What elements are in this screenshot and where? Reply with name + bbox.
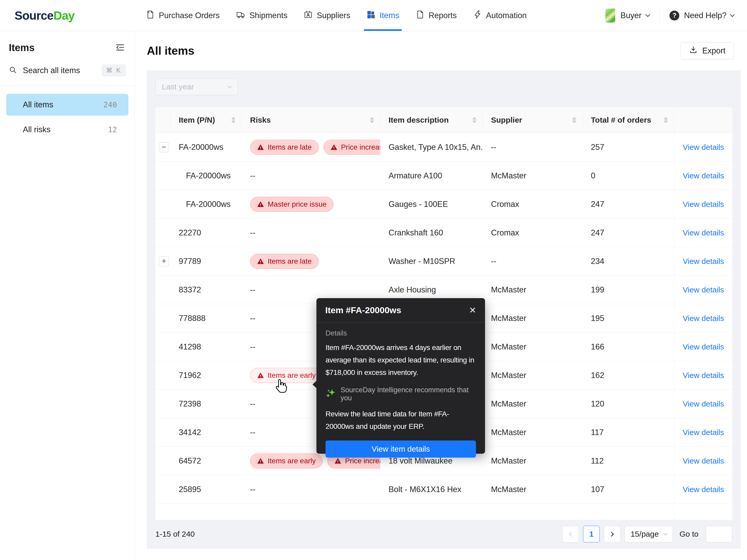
main-navigation: Purchase Orders Shipments Suppliers Item…	[146, 0, 526, 31]
user-avatar[interactable]	[606, 8, 615, 23]
item-description-cell: Armature A100	[380, 161, 483, 190]
need-help-label[interactable]: Need Help?	[684, 11, 726, 20]
risk-badge-label: Items are early	[268, 457, 316, 465]
help-icon[interactable]: ?	[669, 10, 679, 21]
risk-badge[interactable]: Items are early	[250, 453, 323, 469]
supplier-cell: Cromax	[483, 190, 583, 218]
items-sidebar: Items Search all items ⌘ K All items 240…	[0, 31, 135, 560]
chevron-down-icon[interactable]	[730, 12, 735, 17]
date-range-value: Last year	[162, 82, 194, 91]
item-pn-cell: 72398	[171, 390, 242, 418]
collapse-sidebar-icon[interactable]	[115, 43, 125, 53]
view-details-link[interactable]: View details	[683, 257, 724, 266]
user-role-label[interactable]: Buyer	[620, 11, 641, 20]
purchase-orders-icon	[146, 10, 155, 21]
view-details-link[interactable]: View details	[683, 428, 724, 437]
nav-label: Reports	[429, 11, 457, 20]
item-description-cell: Washer - M10SPR	[380, 247, 483, 275]
column-header-risks[interactable]: Risks	[242, 107, 380, 133]
total-orders-cell: 112	[583, 447, 674, 475]
view-details-link[interactable]: View details	[683, 485, 724, 494]
keyboard-shortcut-badge: ⌘ K	[102, 64, 126, 77]
supplier-cell: McMaster	[483, 275, 583, 304]
collapse-row-button[interactable]: −	[159, 142, 169, 152]
table-row: − FA-20000ws Items are latePrice increas…	[155, 133, 732, 161]
table-row: 25895 -- Bolt - M6X1X16 Hex McMaster 107…	[155, 475, 732, 504]
view-item-details-button[interactable]: View item details	[326, 441, 476, 458]
date-range-select[interactable]: Last year	[155, 79, 238, 95]
goto-page-input[interactable]	[706, 526, 732, 542]
supplier-cell: Cromax	[483, 218, 583, 247]
risks-cell: Master price issue	[242, 190, 380, 218]
export-button[interactable]: Export	[680, 42, 734, 59]
total-orders-cell: 0	[583, 161, 674, 190]
view-details-link[interactable]: View details	[683, 171, 724, 180]
view-details-link[interactable]: View details	[683, 286, 724, 294]
nav-item-suppliers[interactable]: Suppliers	[304, 0, 350, 31]
table-row: 22270 -- Crankshaft 160 Cromax 247 View …	[155, 218, 732, 247]
chevron-right-icon	[609, 532, 614, 536]
pagination-bar: 1-15 of 240 1 15/page Go to	[155, 520, 732, 548]
sparkle-icon	[326, 388, 336, 400]
item-intelligence-tooltip: Item #FA-20000ws ✕ Details Item #FA-2000…	[316, 298, 485, 454]
reports-icon	[415, 10, 424, 21]
sort-icon[interactable]	[568, 117, 576, 123]
column-header-item-pn[interactable]: Item (P/N)	[171, 107, 242, 133]
risk-badge-label: Items are late	[268, 143, 312, 152]
view-details-link[interactable]: View details	[683, 457, 724, 465]
shipments-icon	[236, 10, 246, 21]
chevron-down-icon	[663, 531, 667, 535]
risks-cell: --	[242, 161, 380, 190]
sort-icon[interactable]	[366, 117, 374, 123]
sort-icon[interactable]	[660, 117, 668, 123]
column-header-item-description[interactable]: Item description	[380, 107, 483, 133]
main-content: All items Export Last year Item (P/N) Ri…	[135, 31, 747, 560]
page-size-select[interactable]: 15/page	[624, 526, 673, 542]
tooltip-title: Item #FA-20000ws	[325, 305, 401, 315]
search-all-items[interactable]: Search all items ⌘ K	[0, 62, 135, 86]
user-cluster: Buyer ? Need Help?	[606, 8, 734, 23]
column-header-supplier[interactable]: Supplier	[483, 107, 583, 133]
sidebar-title: Items	[9, 42, 34, 53]
close-icon[interactable]: ✕	[469, 305, 476, 315]
chevron-down-icon[interactable]	[646, 12, 650, 17]
nav-item-reports[interactable]: Reports	[415, 0, 457, 31]
column-header-total-orders[interactable]: Total # of orders	[583, 107, 674, 133]
risk-badge-label: Price increasing	[341, 143, 380, 152]
sort-icon[interactable]	[227, 117, 235, 123]
supplier-cell: McMaster	[483, 390, 583, 418]
item-description-cell: Gauges - 100EE	[380, 190, 483, 218]
goto-label: Go to	[679, 530, 698, 538]
nav-item-purchase-orders[interactable]: Purchase Orders	[146, 0, 220, 31]
nav-item-items[interactable]: Items	[366, 0, 399, 31]
sidebar-item-all-items[interactable]: All items 240	[6, 94, 128, 116]
sidebar-item-all-risks[interactable]: All risks 12	[6, 119, 128, 140]
risk-badge[interactable]: Items are late	[250, 140, 319, 155]
sort-icon[interactable]	[468, 117, 476, 123]
next-page-button[interactable]	[604, 526, 620, 542]
view-details-link[interactable]: View details	[683, 400, 724, 408]
view-details-link[interactable]: View details	[683, 371, 724, 380]
risk-badge[interactable]: Master price issue	[250, 197, 334, 212]
view-details-link[interactable]: View details	[683, 200, 724, 209]
risk-badge-label: Master price issue	[268, 200, 327, 209]
item-pn-cell: 71962	[171, 361, 242, 390]
nav-label: Items	[380, 11, 399, 20]
risk-badge[interactable]: Price increasing	[324, 140, 380, 155]
previous-page-button[interactable]	[562, 526, 579, 542]
view-details-link[interactable]: View details	[683, 343, 724, 351]
nav-divider	[659, 8, 660, 23]
total-orders-cell: 199	[583, 275, 674, 304]
logo-source-text: Source	[15, 9, 53, 22]
expand-row-button[interactable]: +	[159, 257, 169, 266]
nav-item-automation[interactable]: Automation	[473, 0, 527, 31]
nav-item-shipments[interactable]: Shipments	[236, 0, 287, 31]
view-details-link[interactable]: View details	[683, 143, 724, 152]
risk-badge[interactable]: Items are late	[250, 254, 319, 269]
view-details-link[interactable]: View details	[683, 314, 724, 323]
supplier-cell: McMaster	[483, 161, 583, 190]
supplier-cell: --	[483, 247, 583, 275]
page-number-button[interactable]: 1	[583, 526, 600, 542]
view-details-link[interactable]: View details	[683, 229, 724, 237]
table-header-row: Item (P/N) Risks Item description Suppli…	[155, 107, 732, 133]
